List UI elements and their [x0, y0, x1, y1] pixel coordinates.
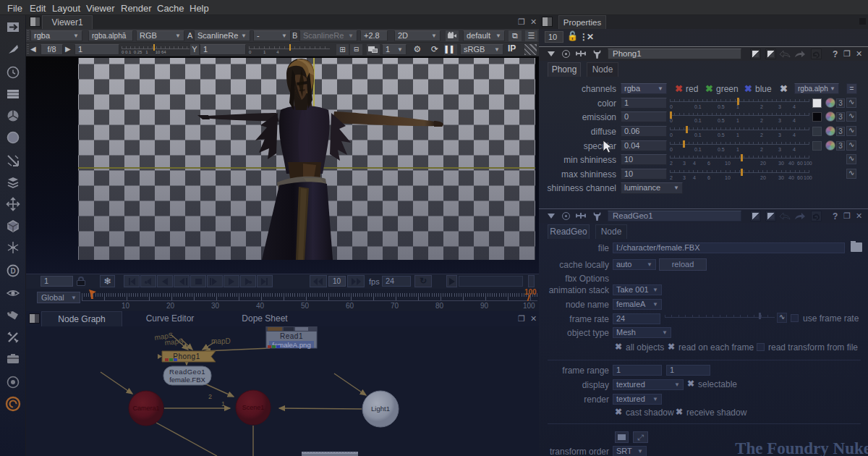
svg-text:female.FBX: female.FBX: [169, 376, 205, 384]
svg-text:Camera1: Camera1: [132, 405, 159, 412]
svg-text:Scene1: Scene1: [242, 404, 265, 411]
svg-text:Read1: Read1: [280, 332, 303, 340]
svg-text:ReadGeo1: ReadGeo1: [169, 368, 205, 376]
svg-text:D: D: [10, 267, 15, 275]
svg-text:10: 10: [333, 277, 341, 285]
svg-text:mapS: mapS: [164, 337, 184, 347]
svg-text:Light1: Light1: [371, 405, 390, 413]
svg-text:1: 1: [221, 400, 225, 408]
svg-text:2: 2: [208, 393, 212, 400]
svg-text:mapD: mapD: [211, 337, 231, 345]
